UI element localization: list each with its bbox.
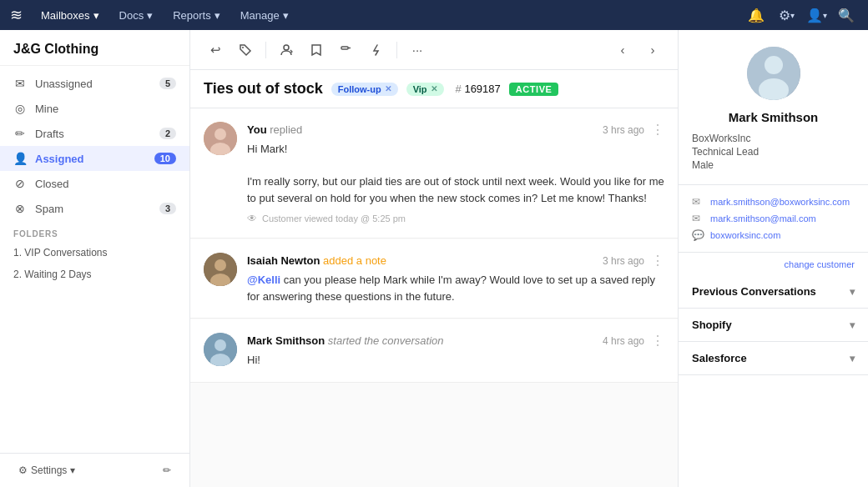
top-nav: ≋ Mailboxes ▾ Docs ▾ Reports ▾ Manage ▾ … bbox=[0, 0, 868, 30]
nav-reports-chevron: ▾ bbox=[214, 9, 220, 22]
action-button[interactable] bbox=[363, 37, 390, 63]
change-customer-section: change customer bbox=[679, 253, 868, 275]
message-1-author: You bbox=[247, 123, 267, 136]
message-1-viewed-text: Customer viewed today @ 5:25 pm bbox=[262, 213, 406, 223]
sidebar: J&G Clothing ✉ Unassigned 5 ◎ Mine ✏ Dra… bbox=[0, 30, 190, 487]
svg-rect-2 bbox=[341, 47, 348, 49]
tag-followup[interactable]: Follow-up ✕ bbox=[331, 83, 398, 96]
message-2-author: Isaiah Newton bbox=[247, 254, 320, 267]
sidebar-item-mine[interactable]: ◎ Mine bbox=[0, 96, 189, 121]
app-logo[interactable]: ≋ bbox=[10, 6, 23, 24]
closed-icon: ⊘ bbox=[13, 177, 27, 190]
message-3: Mark Smithson started the conversation 4… bbox=[190, 319, 678, 383]
unassigned-badge: 5 bbox=[159, 78, 176, 89]
assign-button[interactable] bbox=[273, 37, 300, 63]
unassigned-icon: ✉ bbox=[13, 77, 27, 90]
sidebar-folder-waiting[interactable]: 2. Waiting 2 Days bbox=[0, 264, 189, 285]
settings-gear-icon: ⚙ bbox=[18, 464, 28, 476]
account-button[interactable]: 👤▾ bbox=[805, 3, 828, 27]
avatar-isaiah bbox=[204, 253, 237, 286]
change-customer-link[interactable]: change customer bbox=[785, 259, 855, 269]
settings-chevron-icon: ▾ bbox=[70, 464, 75, 476]
sidebar-compose-button[interactable]: ✏ bbox=[154, 460, 179, 480]
sidebar-label-drafts: Drafts bbox=[35, 128, 151, 140]
sidebar-item-drafts[interactable]: ✏ Drafts 2 bbox=[0, 121, 189, 146]
contact-chat-row: 💬 boxworksinc.com bbox=[692, 227, 855, 243]
sidebar-folder-vip[interactable]: 1. VIP Conversations bbox=[0, 242, 189, 264]
right-panel: Mark Smithson BoxWorksInc Technical Lead… bbox=[678, 30, 868, 487]
nav-mailboxes[interactable]: Mailboxes ▾ bbox=[33, 6, 108, 25]
back-button[interactable]: ↩ bbox=[202, 37, 229, 63]
notifications-button[interactable]: 🔔 bbox=[744, 3, 768, 27]
sidebar-item-assigned[interactable]: 👤 Assigned 10 bbox=[0, 146, 189, 171]
message-1-time-row: 3 hrs ago ⋮ bbox=[603, 122, 664, 138]
message-2-body: Isaiah Newton added a note 3 hrs ago ⋮ @… bbox=[247, 253, 664, 304]
message-1-top: You replied 3 hrs ago ⋮ bbox=[247, 122, 664, 138]
sidebar-item-unassigned[interactable]: ✉ Unassigned 5 bbox=[0, 71, 189, 96]
nav-docs-chevron: ▾ bbox=[147, 9, 153, 22]
tag-vip[interactable]: Vip ✕ bbox=[406, 83, 444, 96]
accordion-shopify: Shopify ▾ bbox=[679, 309, 868, 342]
accordion-previous-conversations: Previous Conversations ▾ bbox=[679, 275, 868, 309]
previous-conversations-label: Previous Conversations bbox=[692, 285, 816, 298]
message-2-time: 3 hrs ago bbox=[603, 255, 644, 267]
customer-gender: Male bbox=[692, 159, 714, 171]
settings-button[interactable]: ⚙▾ bbox=[775, 3, 798, 27]
customer-card: Mark Smithson BoxWorksInc Technical Lead… bbox=[679, 30, 868, 185]
nav-manage-chevron: ▾ bbox=[283, 9, 289, 22]
nav-reports[interactable]: Reports ▾ bbox=[164, 6, 229, 25]
svg-point-0 bbox=[242, 47, 244, 48]
tag-followup-label: Follow-up bbox=[338, 84, 381, 94]
message-3-body: Mark Smithson started the conversation 4… bbox=[247, 333, 664, 369]
label-button[interactable] bbox=[333, 37, 360, 63]
message-2: Isaiah Newton added a note 3 hrs ago ⋮ @… bbox=[190, 239, 678, 319]
more-button[interactable]: ··· bbox=[404, 37, 431, 63]
sidebar-settings-button[interactable]: ⚙ Settings ▾ bbox=[10, 460, 83, 480]
conversation-header: Ties out of stock Follow-up ✕ Vip ✕ # 16… bbox=[190, 70, 678, 108]
message-3-time: 4 hrs ago bbox=[603, 335, 644, 347]
sidebar-label-closed: Closed bbox=[35, 178, 176, 190]
message-3-action: started the conversation bbox=[328, 334, 444, 347]
nav-mailboxes-label: Mailboxes bbox=[41, 9, 90, 22]
previous-conversations-header[interactable]: Previous Conversations ▾ bbox=[679, 275, 868, 308]
search-button[interactable]: 🔍 bbox=[835, 3, 858, 27]
customer-name: Mark Smithson bbox=[692, 110, 855, 124]
avatar-mark bbox=[204, 333, 237, 366]
nav-manage[interactable]: Manage ▾ bbox=[232, 6, 297, 25]
prev-conversation-button[interactable]: ‹ bbox=[609, 37, 636, 63]
message-3-top: Mark Smithson started the conversation 4… bbox=[247, 333, 664, 349]
message-3-more-button[interactable]: ⋮ bbox=[651, 333, 664, 349]
message-1-more-button[interactable]: ⋮ bbox=[651, 122, 664, 138]
toolbar-separator-2 bbox=[396, 42, 397, 58]
next-conversation-button[interactable]: › bbox=[639, 37, 666, 63]
salesforce-header[interactable]: Salesforce ▾ bbox=[679, 342, 868, 374]
nav-docs[interactable]: Docs ▾ bbox=[111, 6, 162, 25]
shopify-header[interactable]: Shopify ▾ bbox=[679, 309, 868, 341]
message-2-more-button[interactable]: ⋮ bbox=[651, 253, 664, 269]
contact-chat[interactable]: boxworksinc.com bbox=[710, 230, 780, 240]
svg-point-4 bbox=[214, 128, 226, 140]
assigned-icon: 👤 bbox=[13, 152, 27, 165]
status-button[interactable] bbox=[303, 37, 330, 63]
tag-button[interactable] bbox=[232, 37, 259, 63]
contact-email-2-row: ✉ mark.smithson@mail.com bbox=[692, 210, 855, 227]
eye-icon: 👁 bbox=[247, 213, 257, 224]
sidebar-label-mine: Mine bbox=[35, 103, 176, 115]
contact-email-1[interactable]: mark.smithson@boxworksinc.com bbox=[710, 197, 850, 207]
tag-followup-close-icon[interactable]: ✕ bbox=[385, 84, 391, 93]
spam-icon: ⊗ bbox=[13, 202, 27, 215]
salesforce-label: Salesforce bbox=[692, 352, 747, 364]
email-icon-2: ✉ bbox=[692, 213, 704, 224]
sidebar-item-spam[interactable]: ⊗ Spam 3 bbox=[0, 196, 189, 221]
assigned-badge: 10 bbox=[154, 153, 176, 164]
tag-vip-close-icon[interactable]: ✕ bbox=[431, 84, 437, 93]
message-1-body: You replied 3 hrs ago ⋮ Hi Mark! I'm rea… bbox=[247, 122, 664, 224]
contact-email-2[interactable]: mark.smithson@mail.com bbox=[710, 213, 816, 223]
messages-list: You replied 3 hrs ago ⋮ Hi Mark! I'm rea… bbox=[190, 108, 678, 487]
sidebar-company: J&G Clothing bbox=[0, 30, 189, 66]
email-icon-1: ✉ bbox=[692, 196, 704, 208]
customer-role: Technical Lead bbox=[692, 146, 759, 158]
sidebar-item-closed[interactable]: ⊘ Closed bbox=[0, 171, 189, 196]
previous-conversations-chevron-icon: ▾ bbox=[850, 286, 855, 298]
message-3-author: Mark Smithson bbox=[247, 334, 325, 347]
